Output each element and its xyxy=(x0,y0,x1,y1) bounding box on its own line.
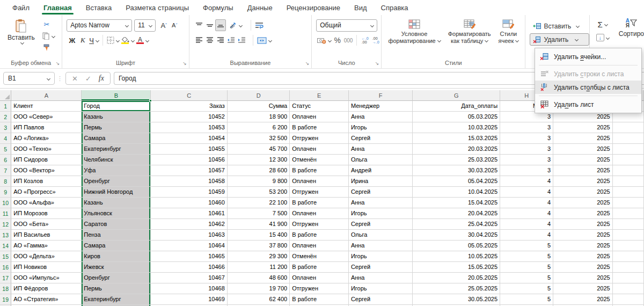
number-format-select[interactable]: Общий xyxy=(316,19,377,32)
cell-F12[interactable]: Сергей xyxy=(349,219,413,230)
cell-G17[interactable]: 20.05.2025 xyxy=(413,273,500,283)
italic-button[interactable]: К xyxy=(77,34,88,46)
cell-F2[interactable]: Анна xyxy=(349,112,413,122)
col-header-E[interactable]: E xyxy=(290,90,349,101)
row-header-15[interactable]: 15 xyxy=(0,251,11,262)
cell-B16[interactable]: Ижевск xyxy=(82,262,151,273)
cell-D6[interactable]: 12 300 xyxy=(228,155,290,165)
cell-F14[interactable]: Анна xyxy=(349,241,413,251)
cell-D11[interactable]: 7 500 xyxy=(228,208,290,219)
cell-I11[interactable]: 2025 xyxy=(553,208,613,219)
cell-G5[interactable]: 20.03.2025 xyxy=(413,144,500,155)
fill-color-button[interactable] xyxy=(120,34,135,46)
cell-G18[interactable]: 25.05.2025 xyxy=(413,283,500,294)
cell-edge-14[interactable] xyxy=(613,241,644,251)
cell-G8[interactable]: 05.04.2025 xyxy=(413,176,500,187)
row-header-1[interactable]: 1 xyxy=(0,101,11,112)
cell-H16[interactable]: 5 xyxy=(500,262,553,273)
align-middle-button[interactable] xyxy=(204,19,215,31)
cell-C15[interactable]: 10465 xyxy=(151,251,228,262)
cell-G9[interactable]: 10.04.2025 xyxy=(413,187,500,198)
cell-C18[interactable]: 10468 xyxy=(151,283,228,294)
cell-A13[interactable]: ИП Васильев xyxy=(11,230,82,241)
menu-item-delete-sheet-columns[interactable]: Удалить столбцы с листа xyxy=(535,81,641,94)
cell-edge-18[interactable] xyxy=(613,283,644,294)
decrease-indent-button[interactable] xyxy=(226,34,237,46)
cell-E2[interactable]: Оплачен xyxy=(290,112,349,122)
tab-view[interactable]: Вид xyxy=(347,0,374,15)
cell-E10[interactable]: В работе xyxy=(290,198,349,208)
increase-indent-button[interactable] xyxy=(237,34,247,46)
fill-button[interactable]: ↓ xyxy=(595,32,610,43)
cell-C4[interactable]: 10454 xyxy=(151,133,228,144)
cell-C19[interactable]: 10469 xyxy=(151,294,228,305)
cell-C3[interactable]: 10453 xyxy=(151,122,228,133)
cell-E11[interactable]: Оплачен xyxy=(290,208,349,219)
cell-E19[interactable]: В работе xyxy=(290,294,349,305)
cell-F13[interactable]: Ольга xyxy=(349,230,413,241)
cell-E14[interactable]: Оплачен xyxy=(290,241,349,251)
cell-E15[interactable]: Отменён xyxy=(290,251,349,262)
decrease-decimal-button[interactable]: .00→.0 xyxy=(370,34,381,46)
cell-edge-2[interactable] xyxy=(613,112,644,122)
cell-I14[interactable]: 2025 xyxy=(553,241,613,251)
cell-G16[interactable]: 15.05.2025 xyxy=(413,262,500,273)
row-header-17[interactable]: 17 xyxy=(0,273,11,283)
cell-I9[interactable]: 2025 xyxy=(553,187,613,198)
cell-H14[interactable]: 5 xyxy=(500,241,553,251)
cell-B11[interactable]: Ульяновск xyxy=(82,208,151,219)
cell-H18[interactable]: 5 xyxy=(500,283,553,294)
cell-F17[interactable]: Анна xyxy=(349,273,413,283)
tab-insert[interactable]: Вставка xyxy=(79,0,119,15)
row-header-7[interactable]: 7 xyxy=(0,165,11,176)
cell-H6[interactable]: 3 xyxy=(500,155,553,165)
cell-edge-3[interactable] xyxy=(613,122,644,133)
dialog-launcher-icon[interactable]: ↘ xyxy=(305,61,310,66)
cell-E18[interactable]: Отгружен xyxy=(290,283,349,294)
underline-button[interactable]: Ч xyxy=(88,34,100,46)
tab-review[interactable]: Рецензирование xyxy=(280,0,347,15)
cell-D12[interactable]: 41 900 xyxy=(228,219,290,230)
dialog-launcher-icon[interactable]: ↘ xyxy=(375,61,379,66)
cell-D5[interactable]: 45 700 xyxy=(228,144,290,155)
merge-center-button[interactable] xyxy=(256,34,273,46)
cell-E13[interactable]: В работе xyxy=(290,230,349,241)
cell-edge-17[interactable] xyxy=(613,273,644,283)
cell-I2[interactable]: 2025 xyxy=(553,112,613,122)
cell-G7[interactable]: 30.03.2025 xyxy=(413,165,500,176)
col-header-D[interactable]: D xyxy=(228,90,290,101)
cell-E17[interactable]: Оплачен xyxy=(290,273,349,283)
row-header-13[interactable]: 13 xyxy=(0,230,11,241)
formula-bar-grip[interactable]: ⋮ xyxy=(57,75,63,82)
menu-item-delete-cells[interactable]: Удалить ячейки... xyxy=(535,50,641,63)
cell-C16[interactable]: 10466 xyxy=(151,262,228,273)
insert-function-icon[interactable]: fx xyxy=(95,74,108,83)
dialog-launcher-icon[interactable]: ↘ xyxy=(182,61,187,66)
cell-A5[interactable]: ООО «Техно» xyxy=(11,144,82,155)
cell-D1[interactable]: Сумма xyxy=(228,101,290,112)
cell-H17[interactable]: 5 xyxy=(500,273,553,283)
cell-G15[interactable]: 10.05.2025 xyxy=(413,251,500,262)
cell-A4[interactable]: АО «Логика» xyxy=(11,133,82,144)
cell-H13[interactable]: 4 xyxy=(500,230,553,241)
cell-G10[interactable]: 15.04.2025 xyxy=(413,198,500,208)
cell-C11[interactable]: 10461 xyxy=(151,208,228,219)
cell-A14[interactable]: АО «Гамма» xyxy=(11,241,82,251)
cell-B3[interactable]: Пермь xyxy=(82,122,151,133)
font-color-button[interactable]: А xyxy=(135,34,150,46)
cell-H7[interactable]: 3 xyxy=(500,165,553,176)
cell-G19[interactable]: 30.05.2025 xyxy=(413,294,500,305)
tab-home[interactable]: Главная xyxy=(36,0,79,15)
cell-F18[interactable]: Игорь xyxy=(349,283,413,294)
cell-edge-7[interactable] xyxy=(613,165,644,176)
cell-H15[interactable]: 5 xyxy=(500,251,553,262)
bold-button[interactable]: Ж xyxy=(67,34,77,46)
cell-edge-19[interactable] xyxy=(613,294,644,305)
format-as-table-button[interactable]: Форматировать как таблицу xyxy=(444,19,495,45)
cell-F5[interactable]: Анна xyxy=(349,144,413,155)
cell-D4[interactable]: 32 500 xyxy=(228,133,290,144)
cell-D2[interactable]: 18 900 xyxy=(228,112,290,122)
cell-B2[interactable]: Казань xyxy=(82,112,151,122)
row-header-10[interactable]: 10 xyxy=(0,198,11,208)
cell-F11[interactable]: Игорь xyxy=(349,208,413,219)
